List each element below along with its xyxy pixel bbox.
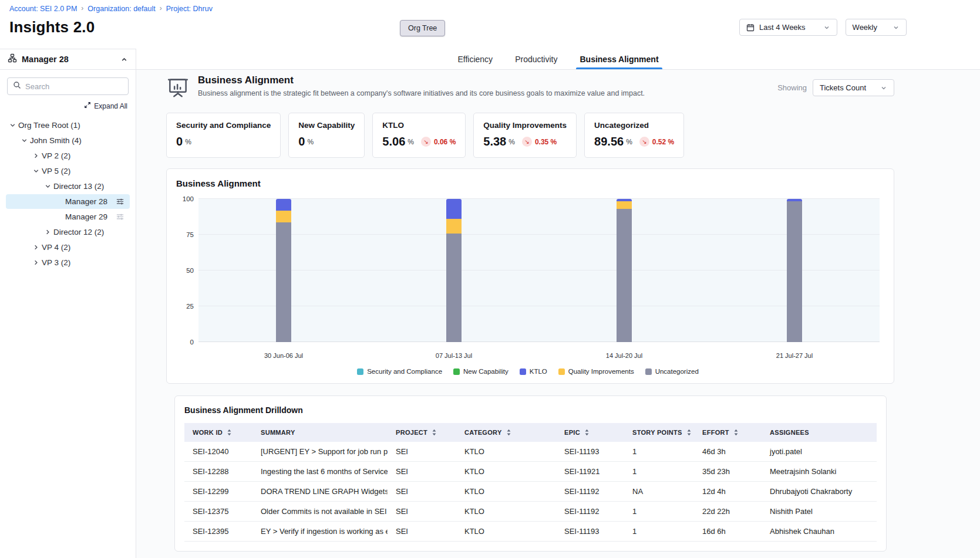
sort-icon[interactable] [733,429,739,436]
bar-segment-quality-improvements[interactable] [276,211,291,223]
table-cell: Ingesting the last 6 months of ServiceN.… [252,462,388,482]
tree-item-org-tree-root-1[interactable]: Org Tree Root (1) [6,118,130,133]
legend-swatch [357,368,363,375]
x-tick-label: 07 Jul-13 Jul [369,352,539,359]
business-alignment-panel: Business Alignment Business alignment is… [136,70,980,558]
tree-item-vp-3-2[interactable]: VP 3 (2) [6,255,130,270]
stacked-bar-07-jul-13-jul[interactable] [446,199,462,342]
org-tree-button[interactable]: Org Tree [400,20,445,36]
column-header-project[interactable]: PROJECT [388,423,456,442]
interval-select[interactable]: Weekly [846,19,907,36]
legend-swatch [558,368,565,375]
stacked-bar-30-jun-06-jul[interactable] [276,199,291,342]
bar-segment-uncategorized[interactable] [787,201,802,342]
tab-business-alignment[interactable]: Business Alignment [578,49,659,69]
column-header-summary[interactable]: SUMMARY [252,423,388,442]
chart-legend: Security and ComplianceNew CapabilityKTL… [176,368,880,375]
chevron-down-icon[interactable] [42,182,53,190]
stacked-bar-21-jul-27-jul[interactable] [787,199,802,342]
bar-slot-07-jul-13-jul [369,199,539,342]
tree-item-vp-5-2[interactable]: VP 5 (2) [6,164,130,178]
sort-icon[interactable] [686,429,692,436]
legend-item-new-capability[interactable]: New Capability [453,368,508,375]
bars-layer [198,199,880,342]
bar-segment-uncategorized[interactable] [446,234,462,342]
table-cell-work-id[interactable]: SEI-12040 [184,442,252,462]
chevron-right-icon[interactable] [31,244,42,251]
stacked-bar-14-jul-20-jul[interactable] [617,199,632,342]
bar-segment-uncategorized[interactable] [617,209,632,342]
chevron-right-icon[interactable] [31,259,42,266]
showing-select[interactable]: Tickets Count [813,79,894,96]
legend-item-ktlo[interactable]: KTLO [520,368,547,375]
chevron-right-icon[interactable] [42,228,53,236]
table-cell: KTLO [456,462,556,482]
table-cell-work-id[interactable]: SEI-12375 [184,502,252,522]
column-header-story-points[interactable]: STORY POINTS [624,423,694,442]
sort-icon[interactable] [584,429,590,436]
expand-all-button[interactable]: Expand All [0,102,127,110]
breadcrumb-link-organization[interactable]: Organization: default [87,5,155,13]
tree-item-john-smith-4[interactable]: John Smith (4) [6,133,130,148]
page-title: Insights 2.0 [9,18,95,36]
chevron-down-icon [823,24,830,31]
search-input[interactable] [25,82,129,91]
legend-item-security-and-compliance[interactable]: Security and Compliance [357,368,442,375]
bar-segment-quality-improvements[interactable] [446,219,462,233]
chevron-down-icon[interactable] [19,137,30,144]
table-cell: Older Commits is not available in SEI - … [252,502,388,522]
tab-bar: EfficiencyProductivityBusiness Alignment [136,49,980,70]
collapse-sidebar-icon[interactable] [120,56,128,63]
breadcrumb-link-account[interactable]: Account: SEI 2.0 PM [9,5,77,13]
column-header-epic[interactable]: EPIC [556,423,624,442]
table-cell: 1 [624,442,694,462]
sliders-icon[interactable] [116,212,124,221]
sort-icon[interactable] [227,429,232,436]
sliders-icon[interactable] [116,197,124,206]
column-header-work-id[interactable]: WORK ID [184,423,252,442]
chevron-down-icon[interactable] [31,167,42,175]
table-cell: 22d 22h [694,502,762,522]
sort-icon[interactable] [432,429,437,436]
tree-item-director-12-2[interactable]: Director 12 (2) [6,225,130,239]
column-header-assignees[interactable]: ASSIGNEES [762,423,877,442]
breadcrumb: Account: SEI 2.0 PM›Organization: defaul… [9,5,971,13]
legend-item-uncategorized[interactable]: Uncategorized [645,368,699,375]
table-cell: Nishith Patel [762,502,877,522]
column-header-effort[interactable]: EFFORT [694,423,762,442]
org-chart-icon [8,53,17,65]
y-axis: 0255075100 [176,199,198,342]
chevron-down-icon[interactable] [7,121,18,129]
sort-icon[interactable] [506,429,511,436]
tab-efficiency[interactable]: Efficiency [456,49,494,69]
chevron-right-icon[interactable] [31,152,42,160]
kpi-value: 0 [176,135,183,148]
breadcrumb-link-project[interactable]: Project: Dhruv [166,5,213,13]
date-range-select[interactable]: Last 4 Weeks [739,19,837,36]
tab-productivity[interactable]: Productivity [514,49,558,69]
legend-item-quality-improvements[interactable]: Quality Improvements [558,368,634,375]
bar-segment-ktlo[interactable] [446,199,462,219]
section-description: Business alignment is the strategic fit … [198,89,645,97]
bar-segment-quality-improvements[interactable] [617,201,632,209]
table-cell-work-id[interactable]: SEI-12288 [184,462,252,482]
tree-item-vp-2-2[interactable]: VP 2 (2) [6,148,130,163]
kpi-unit: % [408,138,414,146]
tree-item-manager-29[interactable]: Manager 29 [6,209,130,224]
tree-item-vp-4-2[interactable]: VP 4 (2) [6,240,130,255]
bar-segment-uncategorized[interactable] [276,222,291,342]
kpi-value-row: 5.38%↘0.35 % [483,135,567,148]
column-header-category[interactable]: CATEGORY [456,423,556,442]
tree-item-director-13-2[interactable]: Director 13 (2) [6,179,130,194]
table-cell: SEI-11193 [556,442,624,462]
kpi-delta-value: 0.35 % [535,138,557,146]
bar-segment-ktlo[interactable] [276,199,291,211]
tree-item-manager-28[interactable]: Manager 28 [6,194,130,209]
table-cell: 1 [624,502,694,522]
chart-plot[interactable] [198,199,880,342]
date-range-value: Last 4 Weeks [759,23,806,32]
x-tick-label: 30 Jun-06 Jul [198,352,369,359]
table-cell-work-id[interactable]: SEI-12299 [184,482,252,502]
table-cell-work-id[interactable]: SEI-12395 [184,522,252,542]
legend-swatch [453,368,460,375]
